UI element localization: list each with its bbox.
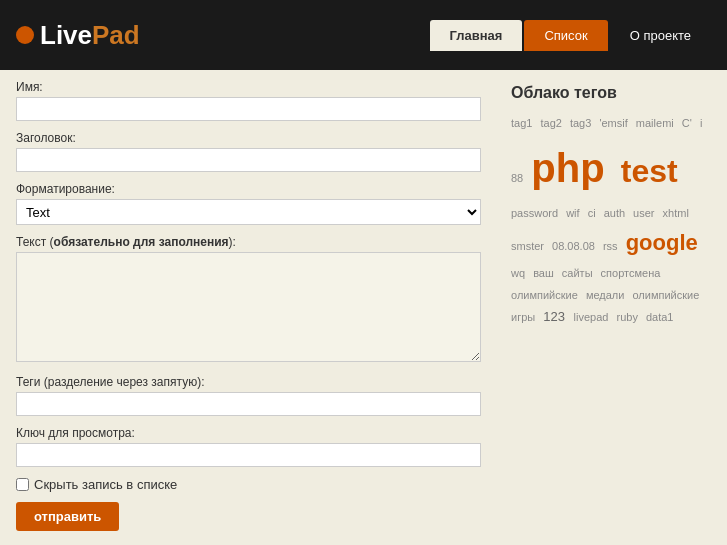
tag-cloud: tag1 tag2 tag3 'emsif mailemi C' i 88 ph… [511,112,711,328]
tag-ci[interactable]: ci [588,207,602,219]
key-input[interactable] [16,443,481,467]
tag-livepad[interactable]: livepad [574,311,615,323]
nav-home[interactable]: Главная [430,20,523,51]
tag-ваш[interactable]: ваш [533,267,560,279]
logo-icon [16,26,34,44]
form-area: Имя: Заголовок: Форматирование: Text HTM… [16,80,491,531]
tags-input[interactable] [16,392,481,416]
tag-спортсмена[interactable]: спортсмена [601,267,661,279]
logo-live: Live [40,20,92,50]
tag-tag3[interactable]: tag3 [570,117,597,129]
tag-123[interactable]: 123 [543,309,571,324]
tag-data1[interactable]: data1 [646,311,674,323]
format-group: Форматирование: Text HTML Markdown [16,182,481,225]
tag-игры[interactable]: игры [511,311,541,323]
heading-label: Заголовок: [16,131,481,145]
tag-wq[interactable]: wq [511,267,531,279]
name-input[interactable] [16,97,481,121]
tag-88[interactable]: 88 [511,172,529,184]
sidebar: Облако тегов tag1 tag2 tag3 'emsif maile… [511,80,711,531]
tag-ruby[interactable]: ruby [616,311,643,323]
tag-rss[interactable]: rss [603,240,624,252]
logo: LivePad [16,20,140,51]
main-nav: Главная Список О проекте [430,20,711,51]
nav-about[interactable]: О проекте [610,20,711,51]
tags-label: Теги (разделение через запятую): [16,375,481,389]
tag-tag2[interactable]: tag2 [540,117,567,129]
format-select[interactable]: Text HTML Markdown [16,199,481,225]
text-label: Текст (обязательно для заполнения): [16,235,481,249]
logo-pad: Pad [92,20,140,50]
tag-олимпийские[interactable]: олимпийские [632,289,699,301]
main-content: Имя: Заголовок: Форматирование: Text HTM… [0,70,727,541]
tag-cloud-title: Облако тегов [511,84,711,102]
tag-user[interactable]: user [633,207,660,219]
key-label: Ключ для просмотра: [16,426,481,440]
key-group: Ключ для просмотра: [16,426,481,467]
text-textarea[interactable] [16,252,481,362]
heading-input[interactable] [16,148,481,172]
tag-'emsif[interactable]: 'emsif [599,117,633,129]
tag-php[interactable]: php [531,146,618,190]
text-group: Текст (обязательно для заполнения): [16,235,481,365]
tag-i[interactable]: i [700,117,702,129]
tag-smster[interactable]: smster [511,240,550,252]
header: LivePad Главная Список О проекте [0,0,727,70]
heading-group: Заголовок: [16,131,481,172]
tags-group: Теги (разделение через запятую): [16,375,481,416]
tag-xhtml[interactable]: xhtml [663,207,689,219]
logo-text: LivePad [40,20,140,51]
tag-сайты[interactable]: сайты [562,267,599,279]
hide-checkbox-group: Скрыть запись в списке [16,477,481,492]
tag-mailemi[interactable]: mailemi [636,117,680,129]
tag-test[interactable]: test [621,153,678,189]
tag-password[interactable]: password [511,207,564,219]
text-required-label: обязательно для заполнения [54,235,229,249]
name-group: Имя: [16,80,481,121]
tag-C'[interactable]: C' [682,117,698,129]
tag-google[interactable]: google [626,230,698,255]
tag-олимпийские[interactable]: олимпийские [511,289,584,301]
tag-wif[interactable]: wif [566,207,586,219]
format-label: Форматирование: [16,182,481,196]
name-label: Имя: [16,80,481,94]
submit-button[interactable]: отправить [16,502,119,531]
nav-list[interactable]: Список [524,20,607,51]
tag-08.08.08[interactable]: 08.08.08 [552,240,601,252]
tag-auth[interactable]: auth [604,207,631,219]
tag-медали[interactable]: медали [586,289,631,301]
hide-checkbox[interactable] [16,478,29,491]
tag-tag1[interactable]: tag1 [511,117,538,129]
hide-label: Скрыть запись в списке [34,477,177,492]
